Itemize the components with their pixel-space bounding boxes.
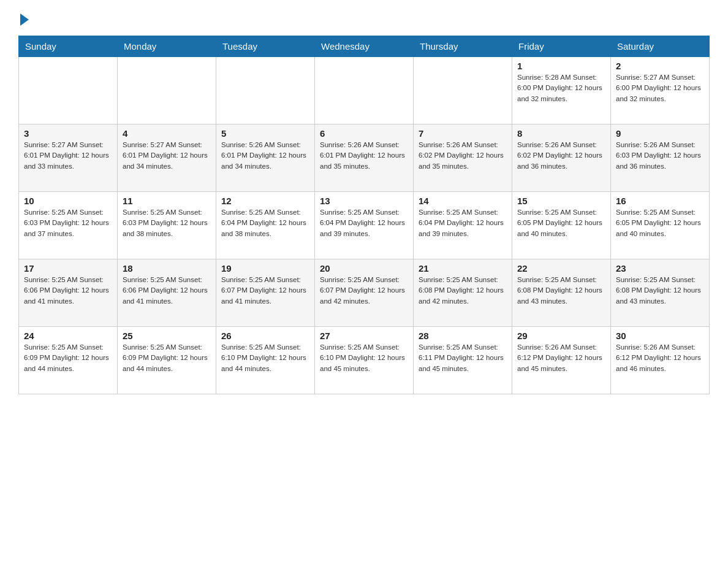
day-info: Sunrise: 5:25 AM Sunset: 6:09 PM Dayligh… bbox=[123, 342, 211, 374]
day-number: 12 bbox=[221, 196, 309, 206]
day-info: Sunrise: 5:25 AM Sunset: 6:03 PM Dayligh… bbox=[24, 207, 112, 239]
day-info: Sunrise: 5:26 AM Sunset: 6:12 PM Dayligh… bbox=[616, 342, 704, 374]
calendar-cell: 28Sunrise: 5:25 AM Sunset: 6:11 PM Dayli… bbox=[414, 327, 512, 394]
day-number: 9 bbox=[616, 128, 704, 139]
day-number: 3 bbox=[24, 128, 112, 139]
day-number: 7 bbox=[419, 128, 507, 139]
calendar-cell: 24Sunrise: 5:25 AM Sunset: 6:09 PM Dayli… bbox=[19, 327, 118, 394]
day-number: 21 bbox=[419, 263, 507, 274]
day-info: Sunrise: 5:26 AM Sunset: 6:02 PM Dayligh… bbox=[419, 140, 507, 172]
calendar-cell: 4Sunrise: 5:27 AM Sunset: 6:01 PM Daylig… bbox=[118, 124, 216, 192]
day-info: Sunrise: 5:25 AM Sunset: 6:08 PM Dayligh… bbox=[419, 275, 507, 307]
calendar-cell: 6Sunrise: 5:26 AM Sunset: 6:01 PM Daylig… bbox=[315, 124, 414, 192]
day-of-week-header: Saturday bbox=[611, 36, 710, 57]
calendar-cell: 9Sunrise: 5:26 AM Sunset: 6:03 PM Daylig… bbox=[611, 124, 710, 192]
day-number: 16 bbox=[616, 196, 704, 206]
day-info: Sunrise: 5:25 AM Sunset: 6:06 PM Dayligh… bbox=[123, 275, 211, 307]
day-number: 20 bbox=[320, 263, 408, 274]
day-number: 26 bbox=[221, 331, 309, 341]
day-of-week-header: Tuesday bbox=[216, 36, 315, 57]
day-of-week-header: Sunday bbox=[19, 36, 118, 57]
calendar-cell: 13Sunrise: 5:25 AM Sunset: 6:04 PM Dayli… bbox=[315, 192, 414, 259]
calendar-cell bbox=[414, 57, 512, 124]
day-number: 29 bbox=[517, 331, 605, 341]
day-info: Sunrise: 5:25 AM Sunset: 6:05 PM Dayligh… bbox=[616, 207, 704, 239]
day-info: Sunrise: 5:25 AM Sunset: 6:04 PM Dayligh… bbox=[221, 207, 309, 239]
day-info: Sunrise: 5:27 AM Sunset: 6:01 PM Dayligh… bbox=[123, 140, 211, 172]
calendar-cell: 10Sunrise: 5:25 AM Sunset: 6:03 PM Dayli… bbox=[19, 192, 118, 259]
calendar-cell: 21Sunrise: 5:25 AM Sunset: 6:08 PM Dayli… bbox=[414, 259, 512, 327]
day-info: Sunrise: 5:26 AM Sunset: 6:02 PM Dayligh… bbox=[517, 140, 605, 172]
day-number: 18 bbox=[123, 263, 211, 274]
calendar-week-row: 1Sunrise: 5:28 AM Sunset: 6:00 PM Daylig… bbox=[19, 57, 710, 124]
calendar-week-row: 10Sunrise: 5:25 AM Sunset: 6:03 PM Dayli… bbox=[19, 192, 710, 259]
day-info: Sunrise: 5:25 AM Sunset: 6:08 PM Dayligh… bbox=[517, 275, 605, 307]
day-of-week-header: Monday bbox=[118, 36, 216, 57]
day-info: Sunrise: 5:25 AM Sunset: 6:10 PM Dayligh… bbox=[221, 342, 309, 374]
day-number: 13 bbox=[320, 196, 408, 206]
day-number: 30 bbox=[616, 331, 704, 341]
calendar-cell: 19Sunrise: 5:25 AM Sunset: 6:07 PM Dayli… bbox=[216, 259, 315, 327]
day-info: Sunrise: 5:25 AM Sunset: 6:07 PM Dayligh… bbox=[221, 275, 309, 307]
calendar-table: SundayMondayTuesdayWednesdayThursdayFrid… bbox=[18, 36, 710, 394]
day-info: Sunrise: 5:25 AM Sunset: 6:07 PM Dayligh… bbox=[320, 275, 408, 307]
day-number: 22 bbox=[517, 263, 605, 274]
day-of-week-header: Wednesday bbox=[315, 36, 414, 57]
calendar-cell: 25Sunrise: 5:25 AM Sunset: 6:09 PM Dayli… bbox=[118, 327, 216, 394]
calendar-cell: 5Sunrise: 5:26 AM Sunset: 6:01 PM Daylig… bbox=[216, 124, 315, 192]
calendar-cell: 11Sunrise: 5:25 AM Sunset: 6:03 PM Dayli… bbox=[118, 192, 216, 259]
day-info: Sunrise: 5:26 AM Sunset: 6:03 PM Dayligh… bbox=[616, 140, 704, 172]
calendar-cell: 3Sunrise: 5:27 AM Sunset: 6:01 PM Daylig… bbox=[19, 124, 118, 192]
calendar-cell: 14Sunrise: 5:25 AM Sunset: 6:04 PM Dayli… bbox=[414, 192, 512, 259]
calendar-cell: 8Sunrise: 5:26 AM Sunset: 6:02 PM Daylig… bbox=[512, 124, 611, 192]
day-info: Sunrise: 5:26 AM Sunset: 6:12 PM Dayligh… bbox=[517, 342, 605, 374]
day-number: 25 bbox=[123, 331, 211, 341]
calendar-cell: 1Sunrise: 5:28 AM Sunset: 6:00 PM Daylig… bbox=[512, 57, 611, 124]
calendar-cell bbox=[118, 57, 216, 124]
day-number: 6 bbox=[320, 128, 408, 139]
logo-arrow-icon bbox=[20, 13, 29, 26]
day-info: Sunrise: 5:27 AM Sunset: 6:00 PM Dayligh… bbox=[616, 72, 704, 104]
day-number: 17 bbox=[24, 263, 112, 274]
day-number: 19 bbox=[221, 263, 309, 274]
day-number: 15 bbox=[517, 196, 605, 206]
day-of-week-header: Thursday bbox=[414, 36, 512, 57]
day-number: 14 bbox=[419, 196, 507, 206]
day-info: Sunrise: 5:25 AM Sunset: 6:09 PM Dayligh… bbox=[24, 342, 112, 374]
calendar-cell: 20Sunrise: 5:25 AM Sunset: 6:07 PM Dayli… bbox=[315, 259, 414, 327]
day-info: Sunrise: 5:25 AM Sunset: 6:11 PM Dayligh… bbox=[419, 342, 507, 374]
day-number: 4 bbox=[123, 128, 211, 139]
day-info: Sunrise: 5:25 AM Sunset: 6:03 PM Dayligh… bbox=[123, 207, 211, 239]
calendar-cell: 17Sunrise: 5:25 AM Sunset: 6:06 PM Dayli… bbox=[19, 259, 118, 327]
day-info: Sunrise: 5:25 AM Sunset: 6:04 PM Dayligh… bbox=[320, 207, 408, 239]
calendar-week-row: 17Sunrise: 5:25 AM Sunset: 6:06 PM Dayli… bbox=[19, 259, 710, 327]
calendar-cell: 23Sunrise: 5:25 AM Sunset: 6:08 PM Dayli… bbox=[611, 259, 710, 327]
day-number: 10 bbox=[24, 196, 112, 206]
day-number: 24 bbox=[24, 331, 112, 341]
page-header bbox=[18, 12, 710, 23]
calendar-cell: 2Sunrise: 5:27 AM Sunset: 6:00 PM Daylig… bbox=[611, 57, 710, 124]
day-number: 11 bbox=[123, 196, 211, 206]
day-info: Sunrise: 5:25 AM Sunset: 6:06 PM Dayligh… bbox=[24, 275, 112, 307]
calendar-cell: 27Sunrise: 5:25 AM Sunset: 6:10 PM Dayli… bbox=[315, 327, 414, 394]
calendar-week-row: 24Sunrise: 5:25 AM Sunset: 6:09 PM Dayli… bbox=[19, 327, 710, 394]
calendar-cell: 29Sunrise: 5:26 AM Sunset: 6:12 PM Dayli… bbox=[512, 327, 611, 394]
logo bbox=[18, 12, 29, 23]
day-info: Sunrise: 5:25 AM Sunset: 6:04 PM Dayligh… bbox=[419, 207, 507, 239]
calendar-cell bbox=[216, 57, 315, 124]
day-number: 28 bbox=[419, 331, 507, 341]
day-info: Sunrise: 5:25 AM Sunset: 6:10 PM Dayligh… bbox=[320, 342, 408, 374]
day-info: Sunrise: 5:26 AM Sunset: 6:01 PM Dayligh… bbox=[221, 140, 309, 172]
calendar-cell: 15Sunrise: 5:25 AM Sunset: 6:05 PM Dayli… bbox=[512, 192, 611, 259]
day-number: 5 bbox=[221, 128, 309, 139]
day-number: 8 bbox=[517, 128, 605, 139]
calendar-cell bbox=[19, 57, 118, 124]
day-number: 27 bbox=[320, 331, 408, 341]
day-info: Sunrise: 5:25 AM Sunset: 6:05 PM Dayligh… bbox=[517, 207, 605, 239]
calendar-cell: 7Sunrise: 5:26 AM Sunset: 6:02 PM Daylig… bbox=[414, 124, 512, 192]
day-number: 23 bbox=[616, 263, 704, 274]
calendar-cell bbox=[315, 57, 414, 124]
calendar-week-row: 3Sunrise: 5:27 AM Sunset: 6:01 PM Daylig… bbox=[19, 124, 710, 192]
calendar-cell: 18Sunrise: 5:25 AM Sunset: 6:06 PM Dayli… bbox=[118, 259, 216, 327]
calendar-cell: 12Sunrise: 5:25 AM Sunset: 6:04 PM Dayli… bbox=[216, 192, 315, 259]
